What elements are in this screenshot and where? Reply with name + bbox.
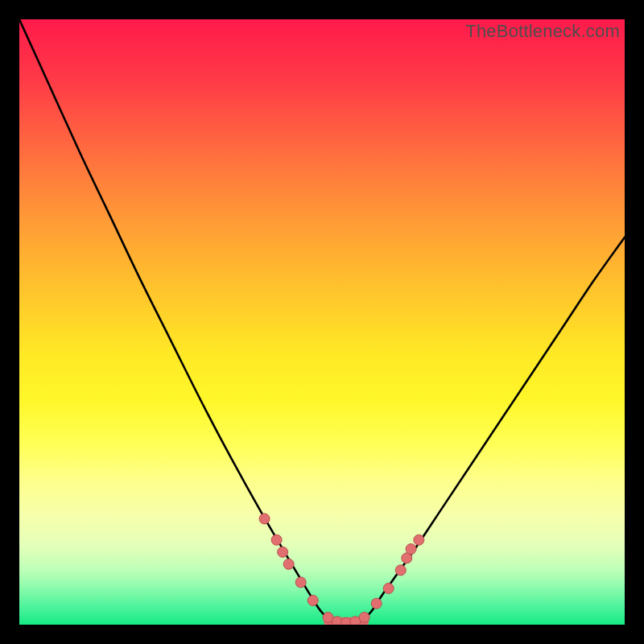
data-marker — [406, 544, 416, 555]
bottleneck-curve — [19, 19, 625, 625]
data-marker — [271, 535, 282, 545]
data-marker — [278, 547, 288, 557]
curve-layer — [19, 19, 625, 625]
data-marker — [359, 612, 369, 622]
watermark-text: TheBottleneck.com — [465, 21, 620, 42]
plot-area: TheBottleneck.com — [19, 19, 625, 625]
data-marker — [383, 583, 394, 593]
data-marker — [414, 535, 424, 545]
data-marker — [259, 514, 270, 524]
data-marker — [283, 559, 294, 569]
chart-frame: TheBottleneck.com — [0, 0, 644, 644]
data-marker — [395, 565, 406, 576]
data-marker — [308, 595, 318, 605]
data-marker — [371, 598, 382, 609]
data-marker — [295, 577, 306, 588]
